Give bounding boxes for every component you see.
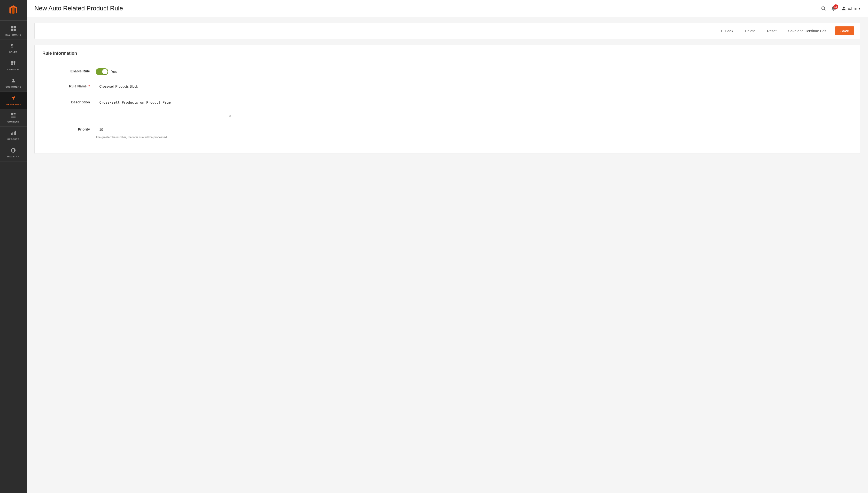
sidebar-item-label-magefan: MAGEFAN <box>7 155 20 158</box>
magento-logo-icon <box>7 4 19 16</box>
user-menu-button[interactable]: admin ▾ <box>841 6 860 11</box>
sidebar-item-label-content: CONTENT <box>7 121 19 123</box>
section-title: Rule Information <box>42 51 852 56</box>
svg-rect-6 <box>14 28 16 31</box>
form-section: Rule Information Enable Rule Yes <box>35 45 860 154</box>
enable-rule-row: Enable Rule Yes <box>42 67 852 75</box>
priority-label: Priority <box>52 125 96 131</box>
svg-rect-16 <box>14 131 15 135</box>
delete-button-label: Delete <box>745 29 755 33</box>
enable-rule-toggle[interactable] <box>96 68 108 75</box>
svg-rect-14 <box>11 133 12 135</box>
priority-hint: The greater the number, the later rule w… <box>96 135 231 139</box>
description-textarea-wrapper: Cross-sell Products on Product Page <box>96 98 231 118</box>
topbar: New Auto Related Product Rule 13 admin ▾ <box>27 0 868 17</box>
page-title: New Auto Related Product Rule <box>35 5 123 12</box>
svg-rect-13 <box>11 117 16 117</box>
svg-rect-4 <box>14 26 16 28</box>
reports-icon <box>10 130 16 137</box>
svg-rect-12 <box>11 115 16 116</box>
priority-row: Priority The greater the number, the lat… <box>42 125 852 139</box>
description-label: Description <box>52 98 96 104</box>
svg-rect-11 <box>14 114 16 115</box>
sidebar-item-marketing[interactable]: MARKETING <box>0 92 27 109</box>
customers-icon <box>10 78 16 85</box>
rule-name-required: * <box>89 84 90 88</box>
description-field: Cross-sell Products on Product Page <box>96 98 231 118</box>
sidebar-item-label-sales: SALES <box>9 51 17 53</box>
back-button-label: Back <box>725 29 733 33</box>
svg-point-18 <box>822 6 825 10</box>
search-button[interactable] <box>821 6 826 11</box>
sidebar-item-customers[interactable]: CUSTOMERS <box>0 74 27 92</box>
toolbar: Back Delete Reset Save and Continue Edit… <box>35 23 860 39</box>
rule-name-row: Rule Name * <box>42 82 852 91</box>
notification-button[interactable]: 13 <box>831 6 836 11</box>
description-textarea[interactable]: Cross-sell Products on Product Page <box>96 98 231 117</box>
toggle-track <box>96 68 108 75</box>
sidebar-item-label-dashboard: DASHBOARD <box>5 34 21 36</box>
svg-rect-5 <box>11 28 13 31</box>
toggle-container: Yes <box>96 67 231 75</box>
sales-icon: $ <box>10 43 16 50</box>
user-name-label: admin <box>848 6 857 10</box>
sidebar-logo <box>0 0 27 21</box>
sidebar-item-label-customers: CUSTOMERS <box>5 86 21 88</box>
page-content: Back Delete Reset Save and Continue Edit… <box>27 17 868 493</box>
svg-rect-3 <box>11 26 13 28</box>
save-button-label: Save <box>840 29 849 33</box>
main-area: New Auto Related Product Rule 13 admin ▾ <box>27 0 868 493</box>
svg-line-19 <box>824 9 825 10</box>
svg-point-20 <box>843 6 845 8</box>
enable-rule-label: Enable Rule <box>52 67 96 73</box>
content-icon <box>10 113 16 120</box>
back-arrow-icon <box>720 29 724 33</box>
sidebar-item-label-marketing: MARKETING <box>6 103 21 106</box>
user-avatar-icon <box>841 6 846 11</box>
svg-marker-2 <box>12 7 15 14</box>
sidebar-item-label-catalog: CATALOG <box>7 68 19 71</box>
svg-rect-17 <box>15 130 16 135</box>
sidebar: DASHBOARD $ SALES CATALOG CUSTOMERS MARK… <box>0 0 27 493</box>
reset-button[interactable]: Reset <box>764 27 779 35</box>
topbar-actions: 13 admin ▾ <box>821 6 860 11</box>
rule-name-label: Rule Name * <box>52 82 96 88</box>
back-button[interactable]: Back <box>717 27 736 35</box>
svg-rect-10 <box>14 113 16 114</box>
save-continue-button[interactable]: Save and Continue Edit <box>785 27 829 35</box>
enable-rule-value-text: Yes <box>111 70 117 73</box>
sidebar-item-catalog[interactable]: CATALOG <box>0 57 27 74</box>
toggle-thumb <box>102 69 108 74</box>
catalog-icon <box>10 61 16 67</box>
description-row: Description Cross-sell Products on Produ… <box>42 98 852 118</box>
rule-name-input[interactable] <box>96 82 231 91</box>
dashboard-icon <box>10 25 16 33</box>
sidebar-item-content[interactable]: CONTENT <box>0 109 27 127</box>
svg-point-8 <box>12 79 14 80</box>
rule-name-field <box>96 82 231 91</box>
svg-text:$: $ <box>10 43 14 48</box>
sidebar-item-label-reports: REPORTS <box>7 138 19 141</box>
sidebar-item-magefan[interactable]: MAGEFAN <box>0 144 27 162</box>
notification-badge: 13 <box>833 4 838 9</box>
user-dropdown-icon: ▾ <box>859 6 860 10</box>
search-icon <box>821 6 826 11</box>
svg-rect-9 <box>11 113 13 115</box>
priority-field: The greater the number, the later rule w… <box>96 125 231 139</box>
priority-input[interactable] <box>96 125 231 134</box>
enable-rule-field: Yes <box>96 67 231 75</box>
magefan-icon <box>10 148 16 154</box>
sidebar-item-dashboard[interactable]: DASHBOARD <box>0 22 27 40</box>
reset-button-label: Reset <box>767 29 777 33</box>
delete-button[interactable]: Delete <box>742 27 758 35</box>
save-continue-button-label: Save and Continue Edit <box>788 29 826 33</box>
svg-rect-15 <box>12 132 13 135</box>
marketing-icon <box>10 95 16 102</box>
sidebar-item-sales[interactable]: $ SALES <box>0 40 27 57</box>
save-button[interactable]: Save <box>835 26 854 35</box>
sidebar-item-reports[interactable]: REPORTS <box>0 127 27 144</box>
